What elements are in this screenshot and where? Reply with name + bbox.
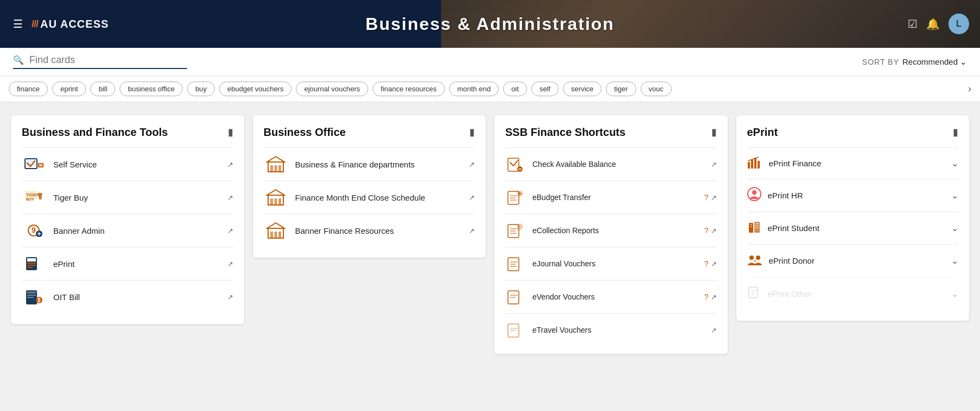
check-balance-ext-icon[interactable]: ↗ — [711, 160, 717, 169]
tag-finance-resources[interactable]: finance resources — [373, 82, 445, 96]
tag-service[interactable]: service — [563, 82, 601, 96]
eprint-donor-item[interactable]: ePrint Donor ⌄ — [747, 244, 959, 277]
tag-ebudget-vouchers[interactable]: ebudget vouchers — [219, 82, 291, 96]
self-service-ext-icon[interactable]: ↗ — [227, 160, 233, 169]
biz-finance-depts-label: Business & Finance departments — [295, 160, 415, 169]
eprint-items-scroll[interactable]: ePrint Finance ⌄ ePrint HR ⌄ — [747, 147, 959, 310]
svg-text:TIGER: TIGER — [26, 192, 40, 197]
svg-rect-37 — [508, 158, 519, 171]
tag-business-office[interactable]: business office — [120, 82, 183, 96]
eprint-donor-chevron-icon[interactable]: ⌄ — [951, 256, 958, 266]
eprint-finance-chevron-icon[interactable]: ⌄ — [951, 158, 958, 169]
tag-buy[interactable]: buy — [187, 82, 215, 96]
self-service-icon — [22, 154, 46, 174]
evendor-ext-icon[interactable]: ↗ — [711, 293, 717, 301]
logo[interactable]: /// AU ACCESS — [32, 18, 109, 30]
oit-bill-ext-icon[interactable]: ↗ — [227, 293, 233, 301]
banner-admin-label: Banner Admin — [53, 226, 104, 235]
list-item: eCollection Reports ? ↗ — [505, 214, 717, 247]
search-bar-area: 🔍 SORT BY Recommended ⌄ — [0, 48, 980, 76]
etravel-ext-icon[interactable]: ↗ — [711, 326, 717, 334]
sort-value-text: Recommended — [902, 57, 958, 66]
svg-rect-26 — [278, 165, 281, 172]
biz-finance-depts-ext-icon[interactable]: ↗ — [469, 160, 475, 169]
avatar[interactable]: L — [948, 14, 969, 34]
list-item: Check Available Balance ↗ — [505, 147, 717, 180]
tag-self[interactable]: self — [531, 82, 559, 96]
svg-rect-34 — [270, 232, 273, 238]
eprint-other-item[interactable]: ePrint Other ⌄ — [747, 277, 959, 310]
bookmark-icon-4[interactable]: ▮ — [953, 126, 958, 138]
evendor-help-icon[interactable]: ? — [704, 292, 709, 301]
tag-eprint[interactable]: eprint — [52, 82, 86, 96]
biz-finance-depts-icon — [264, 154, 288, 174]
ebudget-ext-icon[interactable]: ↗ — [711, 194, 717, 202]
header-right: ☑ 🔔 L — [908, 14, 980, 34]
svg-rect-2 — [38, 163, 44, 167]
banner-finance-resources-icon — [264, 221, 288, 240]
svg-rect-57 — [755, 223, 759, 224]
svg-rect-59 — [755, 227, 759, 228]
eprint-hr-label: ePrint HR — [768, 191, 803, 200]
tag-next-arrow-icon[interactable]: › — [968, 83, 971, 95]
eprint-other-label: ePrint Other — [768, 289, 812, 298]
logo-text: AU ACCESS — [40, 18, 109, 30]
card-eprint: ePrint ▮ ePrint Finance — [736, 115, 970, 321]
tag-tiger[interactable]: tiger — [606, 82, 636, 96]
tag-finance[interactable]: finance — [9, 82, 48, 96]
tag-bill[interactable]: bill — [90, 82, 115, 96]
ecollection-ext-icon[interactable]: ↗ — [711, 227, 717, 235]
evendor-icon — [505, 287, 525, 307]
ssb-items-scroll[interactable]: Check Available Balance ↗ — [505, 147, 717, 343]
svg-point-61 — [756, 256, 760, 260]
sort-dropdown[interactable]: Recommended ⌄ — [902, 57, 967, 67]
eprint-student-icon — [747, 220, 761, 236]
tag-month-end[interactable]: month end — [449, 82, 499, 96]
bell-icon[interactable]: 🔔 — [926, 17, 940, 30]
tasks-icon[interactable]: ☑ — [908, 17, 917, 30]
svg-rect-35 — [274, 232, 277, 238]
eprint-card-icon — [22, 254, 46, 273]
month-end-close-ext-icon[interactable]: ↗ — [469, 194, 475, 202]
list-item: eTravel Vouchers ↗ — [505, 313, 717, 343]
eprint-list-ext-icon[interactable]: ↗ — [227, 260, 233, 268]
etravel-icon — [505, 320, 525, 340]
eprint-finance-label: ePrint Finance — [769, 159, 822, 168]
svg-rect-31 — [278, 198, 281, 205]
eprint-student-chevron-icon[interactable]: ⌄ — [951, 223, 958, 233]
card-header-4: ePrint ▮ — [747, 126, 959, 139]
ebudget-transfer-label: eBudget Transfer — [532, 193, 704, 202]
ebudget-help-icon[interactable]: ? — [704, 193, 709, 202]
hamburger-icon[interactable]: ☰ — [13, 17, 23, 30]
self-service-label: Self Service — [53, 160, 97, 169]
eprint-finance-item[interactable]: ePrint Finance ⌄ — [747, 147, 959, 179]
svg-rect-19 — [27, 297, 34, 298]
search-input-wrap: 🔍 — [13, 54, 187, 69]
bookmark-icon-3[interactable]: ▮ — [711, 126, 717, 138]
eprint-other-chevron-icon[interactable]: ⌄ — [951, 289, 958, 299]
banner-admin-ext-icon[interactable]: ↗ — [227, 227, 233, 235]
eprint-hr-item[interactable]: ePrint HR ⌄ — [747, 179, 959, 211]
ejournal-help-icon[interactable]: ? — [704, 259, 709, 268]
svg-rect-56 — [750, 226, 752, 227]
tag-oit[interactable]: oit — [503, 82, 527, 96]
ejournal-ext-icon[interactable]: ↗ — [711, 260, 717, 268]
bookmark-icon-2[interactable]: ▮ — [469, 126, 475, 138]
card-business-office: Business Office ▮ Business & Finance dep… — [253, 115, 486, 258]
eprint-student-item[interactable]: ePrint Student ⌄ — [747, 211, 959, 244]
ecollection-help-icon[interactable]: ? — [704, 226, 709, 235]
list-item: Self Service ↗ — [22, 147, 233, 180]
tiger-buy-ext-icon[interactable]: ↗ — [227, 194, 233, 202]
eprint-hr-chevron-icon[interactable]: ⌄ — [951, 190, 958, 201]
banner-finance-resources-ext-icon[interactable]: ↗ — [469, 227, 475, 235]
tiger-buy-icon: TIGER BUY — [22, 188, 46, 207]
bookmark-icon-1[interactable]: ▮ — [228, 126, 233, 138]
list-item: Business & Finance departments ↗ — [264, 147, 475, 180]
tag-ejournal-vouchers[interactable]: ejournal vouchers — [296, 82, 368, 96]
svg-marker-33 — [267, 223, 284, 228]
search-input[interactable] — [29, 54, 171, 66]
etravel-label: eTravel Vouchers — [532, 326, 711, 334]
sort-chevron-icon: ⌄ — [960, 57, 967, 67]
eprint-finance-icon — [747, 155, 762, 171]
tag-vouc[interactable]: vouc — [641, 82, 672, 96]
